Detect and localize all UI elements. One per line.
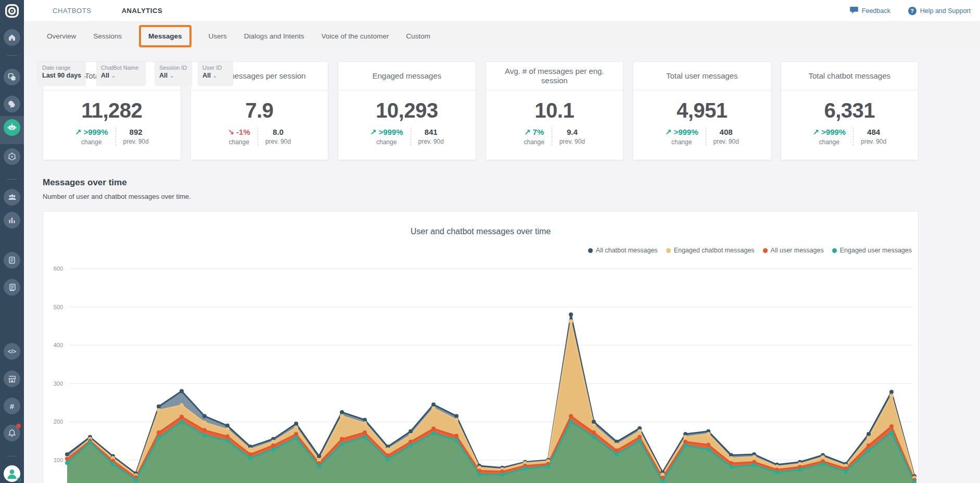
legend-item-engaged-user-messages[interactable]: Engaged user messages <box>832 247 912 254</box>
filter-chatbot-name[interactable]: ChatBot NameAll⌄ <box>96 61 146 86</box>
kpi-prev-label: prev. 90d <box>265 138 291 145</box>
kpi-title: Total chatbot messages <box>808 71 890 81</box>
kpi-prev-value: 484 <box>861 128 886 136</box>
kpi-prev-label: prev. 90d <box>559 138 585 145</box>
kpi-card-2: Engaged messages10,293↗>999%change841pre… <box>338 61 476 160</box>
svg-text:400: 400 <box>54 342 63 348</box>
tab-voice-of-the-customer[interactable]: Voice of the customer <box>321 32 389 40</box>
kpi-value: 10,293 <box>338 99 476 122</box>
chevron-down-icon: ⌄ <box>111 72 116 79</box>
notification-badge <box>16 424 21 428</box>
sidebar-item-account-avatar[interactable]: ⚙ <box>4 465 20 482</box>
topnav-analytics[interactable]: ANALYTICS <box>122 7 163 15</box>
kpi-prev-value: 892 <box>123 128 149 136</box>
tab-custom[interactable]: Custom <box>406 32 430 40</box>
kpi-change-label: change <box>524 138 544 146</box>
feedback-button[interactable]: Feedback <box>850 6 890 16</box>
sidebar-item-analytics-bars-icon[interactable] <box>4 212 20 228</box>
sidebar-item-hash-icon[interactable]: # <box>4 398 20 414</box>
topnav-chatbots[interactable]: CHATBOTS <box>53 7 92 15</box>
help-button[interactable]: ? Help and Support <box>908 7 971 15</box>
svg-text:600: 600 <box>54 265 63 272</box>
chevron-down-icon: ⌄ <box>169 72 174 79</box>
trend-up-icon: ↗ <box>75 128 82 136</box>
topbar: CHATBOTSANALYTICS Feedback ? Help and Su… <box>24 0 980 22</box>
chevron-down-icon: ⌄ <box>83 72 88 79</box>
trend-up-icon: ↗ <box>524 128 531 136</box>
sidebar-item-notifications-icon[interactable] <box>4 425 20 441</box>
sidebar-item-users-icon[interactable] <box>4 189 20 206</box>
sidebar-item-chatbot-icon[interactable] <box>4 119 20 136</box>
sidebar-item-network-icon[interactable] <box>4 148 20 165</box>
legend-item-all-chatbot-messages[interactable]: All chatbot messages <box>588 247 658 254</box>
trend-up-icon: ↗ <box>812 128 819 136</box>
svg-text:300: 300 <box>54 380 63 387</box>
sidebar-item-home-icon[interactable] <box>4 29 20 46</box>
kpi-change-label: change <box>665 138 698 146</box>
sidebar-divider <box>7 179 17 180</box>
kpi-value: 11,282 <box>43 99 181 122</box>
section-subtitle: Number of user and chatbot messages over… <box>43 193 191 200</box>
filter-date-range[interactable]: Date rangeLast 90 days⌄ <box>37 61 86 86</box>
legend-dot-icon <box>588 248 593 253</box>
sidebar-item-articles-icon[interactable] <box>4 279 20 296</box>
sidebar: </>#⚙ <box>0 0 24 483</box>
kpi-card-5: Total chatbot messages6,331↗>999%change4… <box>781 61 919 160</box>
kpi-title: Avg. # of messages per eng. session <box>501 67 609 85</box>
kpi-change-label: change <box>370 138 403 146</box>
legend-item-engaged-chatbot-messages[interactable]: Engaged chatbot messages <box>666 247 755 254</box>
main-content: Total messages11,282↗>999%change892prev.… <box>24 50 980 483</box>
kpi-change-value: ↘-1% <box>228 128 250 137</box>
kpi-change-value: ↗>999% <box>75 128 108 137</box>
kpi-prev-value: 9.4 <box>559 128 585 136</box>
feedback-label: Feedback <box>862 7 890 15</box>
kpi-value: 4,951 <box>633 99 771 122</box>
analytics-tabbar: OverviewSessionsMessagesUsersDialogs and… <box>24 22 980 50</box>
sidebar-divider <box>7 55 17 56</box>
legend-dot-icon <box>832 248 837 253</box>
trend-down-icon: ↘ <box>228 128 235 136</box>
chevron-down-icon: ⌄ <box>212 72 218 79</box>
kpi-value: 6,331 <box>781 99 919 122</box>
settings-gear-icon: ⚙ <box>16 476 22 483</box>
tab-dialogs-and-intents[interactable]: Dialogs and Intents <box>244 32 304 40</box>
filter-label: Date range <box>42 65 82 71</box>
tab-overview[interactable]: Overview <box>47 32 76 40</box>
trend-up-icon: ↗ <box>370 128 377 136</box>
kpi-prev-label: prev. 90d <box>714 138 739 145</box>
section-head: Messages over time Number of user and ch… <box>43 177 191 200</box>
sidebar-divider <box>7 456 17 456</box>
sidebar-item-channels-icon[interactable] <box>4 69 20 85</box>
topbar-right: Feedback ? Help and Support <box>850 6 971 16</box>
trend-up-icon: ↗ <box>665 128 672 136</box>
sidebar-item-documents-icon[interactable] <box>4 252 20 269</box>
tab-users[interactable]: Users <box>209 32 227 40</box>
section-title: Messages over time <box>43 177 191 188</box>
kpi-card-4: Total user messages4,951↗>999%change408p… <box>633 61 771 160</box>
sidebar-item-conversations-icon[interactable] <box>4 96 20 112</box>
sidebar-item-code-icon[interactable]: </> <box>4 343 20 360</box>
sidebar-item-store-icon[interactable] <box>4 371 20 387</box>
legend-dot-icon <box>763 248 768 253</box>
kpi-change-label: change <box>812 138 846 146</box>
kpi-prev-value: 841 <box>418 128 444 136</box>
svg-text:500: 500 <box>54 304 63 310</box>
kpi-value: 7.9 <box>191 99 328 122</box>
filter-value: All⌄ <box>101 72 142 79</box>
hash-icon: # <box>10 402 14 411</box>
help-label: Help and Support <box>920 7 971 15</box>
filter-value: All⌄ <box>202 72 230 79</box>
kpi-value: 10.1 <box>486 99 623 122</box>
tab-messages[interactable]: Messages <box>139 25 192 47</box>
help-icon: ? <box>908 7 917 15</box>
kpi-prev-value: 8.0 <box>265 128 291 136</box>
filter-user-id[interactable]: User IDAll⌄ <box>198 61 233 86</box>
filter-session-id[interactable]: Session IDAll⌄ <box>155 61 192 86</box>
kpi-change-label: change <box>75 138 108 146</box>
legend-item-all-user-messages[interactable]: All user messages <box>763 247 824 254</box>
messages-over-time-chart-card: User and chatbot messages over time All … <box>43 211 919 483</box>
feedback-icon <box>850 6 858 16</box>
filter-label: ChatBot Name <box>101 65 142 71</box>
sidebar-item-logo-icon[interactable] <box>5 4 19 18</box>
tab-sessions[interactable]: Sessions <box>93 32 122 40</box>
